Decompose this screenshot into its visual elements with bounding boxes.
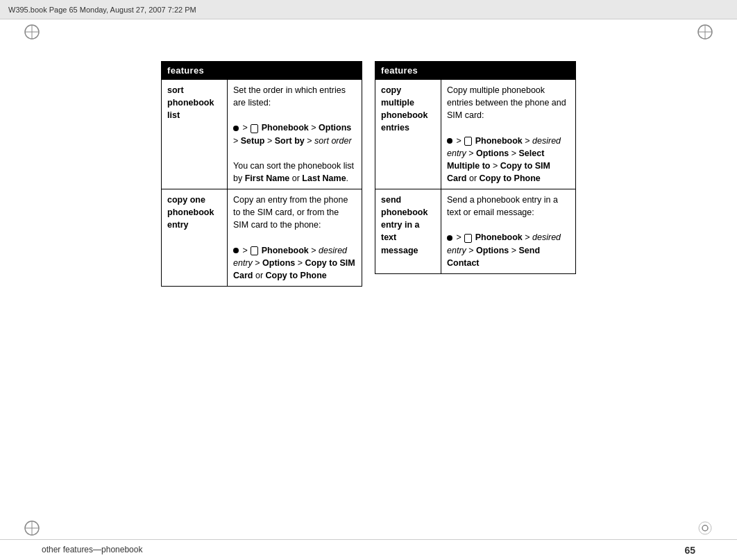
right-row1-label: copy multiple phonebook entries bbox=[375, 80, 441, 189]
footer: other features—phonebook 65 bbox=[0, 539, 737, 560]
header-bar: W395.book Page 65 Monday, August 27, 200… bbox=[0, 0, 737, 19]
bullet-icon bbox=[447, 138, 452, 144]
left-row1-desc: Set the order in which entries are liste… bbox=[228, 80, 362, 189]
left-table: features sort phonebook list Set the ord… bbox=[161, 61, 362, 287]
bullet-icon bbox=[233, 126, 239, 131]
tables-row: features sort phonebook list Set the ord… bbox=[161, 61, 576, 287]
header-text: W395.book Page 65 Monday, August 27, 200… bbox=[8, 6, 196, 14]
page-container: W395.book Page 65 Monday, August 27, 200… bbox=[0, 0, 737, 560]
left-table-header: features bbox=[162, 62, 362, 80]
table-row: send phonebook entry in a text message S… bbox=[375, 189, 576, 274]
footer-left-text: other features—phonebook bbox=[42, 539, 142, 560]
page-number: 65 bbox=[684, 545, 695, 556]
right-row2-label: send phonebook entry in a text message bbox=[375, 189, 441, 274]
bullet-icon bbox=[447, 235, 452, 241]
bullet-icon bbox=[233, 248, 239, 253]
table-row: copy one phonebook entry Copy an entry f… bbox=[162, 189, 362, 287]
left-row2-label: copy one phonebook entry bbox=[162, 189, 228, 287]
right-table-header: features bbox=[375, 62, 576, 80]
content-area: features sort phonebook list Set the ord… bbox=[0, 19, 737, 539]
table-row: sort phonebook list Set the order in whi… bbox=[162, 80, 362, 189]
table-row: copy multiple phonebook entries Copy mul… bbox=[375, 80, 576, 189]
right-row1-desc: Copy multiple phonebook entries between … bbox=[441, 80, 576, 189]
left-row2-desc: Copy an entry from the phone to the SIM … bbox=[228, 189, 362, 287]
left-row1-label: sort phonebook list bbox=[162, 80, 228, 189]
right-row2-desc: Send a phonebook entry in a text or emai… bbox=[441, 189, 576, 274]
right-table: features copy multiple phonebook entries… bbox=[375, 61, 576, 274]
